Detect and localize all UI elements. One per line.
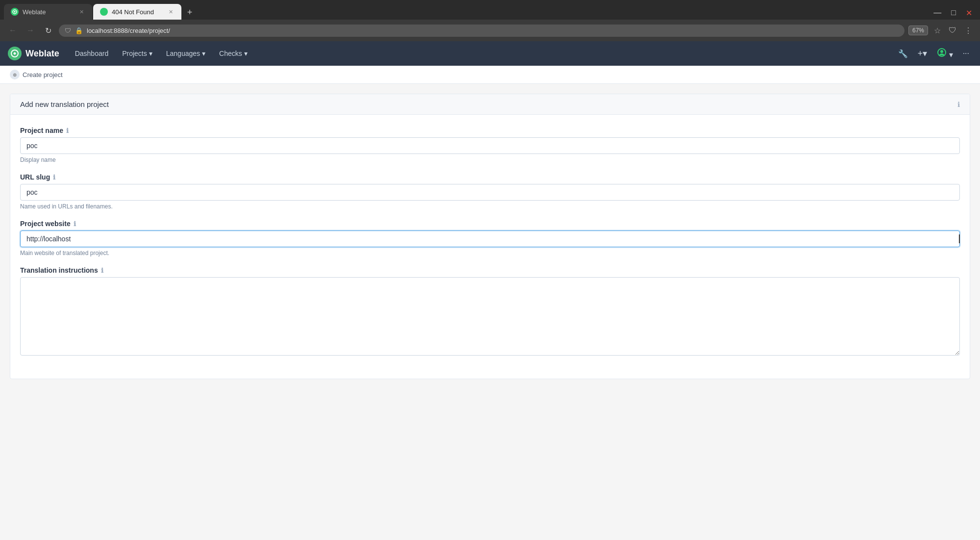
nav-actions: 🔧 +▾ ▾ ··· — [895, 45, 972, 62]
window-controls: — □ ✕ — [930, 6, 976, 20]
shield-icon: 🛡 — [65, 27, 71, 34]
card-header: Add new translation project ℹ — [10, 94, 970, 115]
url-slug-label: URL slug ℹ — [20, 173, 960, 181]
project-name-label: Project name ℹ — [20, 127, 960, 134]
address-bar: 🛡 🔒 localhost:8888/create/project/ — [59, 25, 905, 37]
lock-icon: 🔒 — [75, 27, 83, 34]
card-title: Add new translation project — [20, 100, 109, 108]
logo-icon — [8, 47, 22, 60]
project-name-info-icon[interactable]: ℹ — [66, 127, 69, 134]
nav-projects[interactable]: Projects ▾ — [116, 43, 158, 64]
project-name-help: Display name — [20, 156, 960, 163]
project-name-input[interactable] — [20, 137, 960, 154]
field-project-name: Project name ℹ Display name — [20, 127, 960, 163]
projects-dropdown-icon: ▾ — [149, 50, 152, 57]
field-url-slug: URL slug ℹ Name used in URLs and filenam… — [20, 173, 960, 210]
translation-instructions-label: Translation instructions ℹ — [20, 266, 960, 274]
page-content: Add new translation project ℹ Project na… — [0, 84, 980, 540]
app-nav: Weblate Dashboard Projects ▾ Languages ▾… — [0, 41, 980, 66]
back-button[interactable]: ← — [6, 24, 20, 37]
project-website-info-icon[interactable]: ℹ — [74, 220, 76, 228]
tab-404[interactable]: 404 Not Found ✕ — [93, 4, 181, 20]
nav-checks[interactable]: Checks ▾ — [213, 43, 253, 64]
url-slug-help: Name used in URLs and filenames. — [20, 203, 960, 210]
bookmark-button[interactable]: ☆ — [932, 24, 943, 37]
browser-controls: ← → ↻ 🛡 🔒 localhost:8888/create/project/… — [0, 20, 980, 41]
project-website-help: Main website of translated project. — [20, 250, 960, 257]
more-menu-button[interactable]: ··· — [960, 46, 972, 61]
restore-button[interactable]: □ — [947, 6, 960, 20]
browser-menu-button[interactable]: ⋮ — [962, 24, 974, 37]
languages-dropdown-icon: ▾ — [202, 50, 205, 57]
tab-404-title: 404 Not Found — [112, 8, 163, 16]
project-website-label: Project website ℹ — [20, 220, 960, 228]
tab-weblate-title: Weblate — [23, 8, 74, 16]
nav-languages[interactable]: Languages ▾ — [160, 43, 211, 64]
field-translation-instructions: Translation instructions ℹ — [20, 266, 960, 357]
breadcrumb-label: Create project — [23, 71, 63, 78]
app-name: Weblate — [25, 49, 59, 59]
svg-point-4 — [940, 50, 943, 53]
weblate-favicon — [11, 8, 19, 16]
tab-weblate[interactable]: Weblate ✕ — [4, 4, 92, 20]
close-window-button[interactable]: ✕ — [962, 6, 976, 20]
field-project-website: Project website ℹ Main website of transl… — [20, 220, 960, 257]
browser-chrome: Weblate ✕ 404 Not Found ✕ + — □ ✕ ← → ↻ … — [0, 0, 980, 41]
wrench-icon[interactable]: 🔧 — [895, 46, 911, 61]
minimize-button[interactable]: — — [930, 6, 945, 20]
nav-dashboard[interactable]: Dashboard — [69, 43, 115, 64]
text-cursor-indicator — [959, 234, 960, 243]
zoom-level[interactable]: 67% — [908, 26, 928, 35]
url-slug-input[interactable] — [20, 184, 960, 201]
extensions-button[interactable]: 🛡 — [947, 24, 958, 37]
breadcrumb-icon: ⊕ — [10, 70, 20, 79]
user-menu-button[interactable]: ▾ — [934, 45, 955, 62]
form-card: Add new translation project ℹ Project na… — [10, 94, 970, 379]
checks-dropdown-icon: ▾ — [244, 50, 248, 57]
translation-instructions-input[interactable] — [20, 277, 960, 356]
app-logo[interactable]: Weblate — [8, 47, 59, 60]
404-favicon — [100, 8, 108, 16]
add-button[interactable]: +▾ — [915, 45, 930, 62]
translation-instructions-info-icon[interactable]: ℹ — [101, 267, 103, 274]
project-website-input[interactable] — [20, 231, 960, 247]
tab-weblate-close[interactable]: ✕ — [77, 8, 85, 16]
card-info-icon[interactable]: ℹ — [957, 101, 960, 108]
new-tab-button[interactable]: + — [182, 5, 197, 20]
tab-404-close[interactable]: ✕ — [167, 8, 175, 16]
tab-bar: Weblate ✕ 404 Not Found ✕ + — □ ✕ — [0, 0, 980, 20]
breadcrumb: ⊕ Create project — [0, 66, 980, 84]
forward-button[interactable]: → — [24, 24, 37, 37]
reload-button[interactable]: ↻ — [41, 24, 55, 37]
card-body: Project name ℹ Display name URL slug ℹ N… — [10, 115, 970, 379]
url-input[interactable]: localhost:8888/create/project/ — [87, 27, 899, 34]
url-slug-info-icon[interactable]: ℹ — [53, 174, 55, 181]
